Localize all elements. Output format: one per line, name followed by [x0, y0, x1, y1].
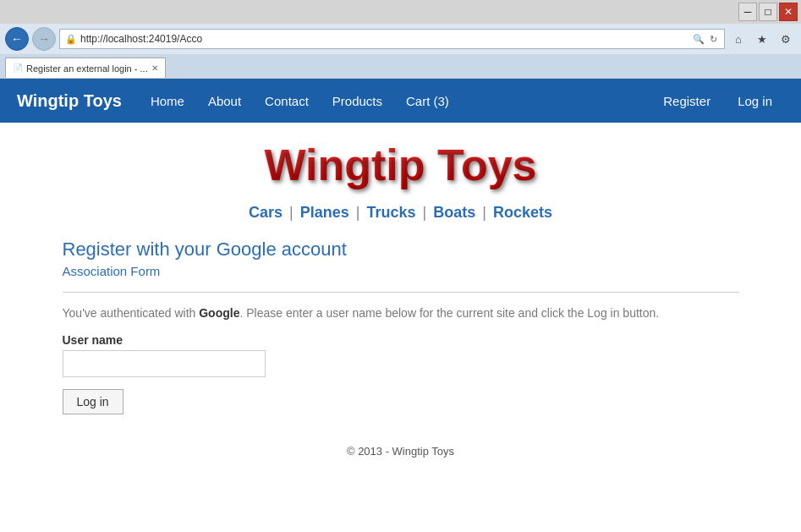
- home-icon[interactable]: ⌂: [728, 30, 749, 48]
- info-text-before: You've authenticated with: [63, 306, 200, 320]
- back-button[interactable]: ←: [5, 27, 29, 51]
- tab-bar: 📄 Register an external login - ... ✕: [0, 54, 801, 78]
- sep-3: |: [423, 204, 427, 221]
- site-logo: Wingtip Toys: [63, 140, 739, 190]
- tab-label: Register an external login - ...: [26, 63, 148, 74]
- nav-contact[interactable]: Contact: [253, 79, 321, 123]
- info-text-provider: Google: [199, 306, 239, 320]
- address-bar[interactable]: 🔒 http://localhost:24019/Acco 🔍 ↻: [59, 29, 725, 49]
- nav-login[interactable]: Log in: [726, 79, 784, 123]
- main-content: Wingtip Toys Cars | Planes | Trucks | Bo…: [37, 123, 765, 488]
- browser-chrome: ─ □ ✕ ← → 🔒 http://localhost:24019/Acco …: [0, 0, 801, 79]
- nav-products[interactable]: Products: [321, 79, 394, 123]
- close-button[interactable]: ✕: [779, 3, 798, 21]
- category-rockets[interactable]: Rockets: [493, 204, 552, 221]
- nav-right: Register Log in: [651, 79, 784, 123]
- form-section-title: Association Form: [63, 264, 739, 278]
- username-label: User name: [63, 333, 739, 347]
- sep-2: |: [356, 204, 360, 221]
- association-form: User name Log in: [63, 333, 739, 414]
- sep-4: |: [482, 204, 486, 221]
- category-cars[interactable]: Cars: [249, 204, 283, 221]
- tab-icon: 📄: [13, 63, 23, 73]
- login-button[interactable]: Log in: [63, 389, 123, 414]
- page-content: Wingtip Toys Home About Contact Products…: [0, 79, 801, 509]
- category-links: Cars | Planes | Trucks | Boats | Rockets: [63, 204, 739, 222]
- logo-text: Wingtip Toys: [264, 140, 536, 189]
- nav-links: Home About Contact Products Cart (3): [139, 79, 651, 123]
- tab-close-button[interactable]: ✕: [151, 63, 158, 73]
- info-text-after: . Please enter a user name below for the…: [239, 306, 659, 320]
- info-text: You've authenticated with Google. Please…: [63, 306, 739, 320]
- page-title: Register with your Google account: [63, 239, 739, 261]
- settings-icon[interactable]: ⚙: [776, 30, 796, 48]
- nav-register[interactable]: Register: [651, 79, 722, 123]
- site-nav: Wingtip Toys Home About Contact Products…: [0, 79, 801, 123]
- category-boats[interactable]: Boats: [433, 204, 475, 221]
- username-input[interactable]: [63, 350, 266, 377]
- site-brand[interactable]: Wingtip Toys: [17, 91, 122, 111]
- nav-home[interactable]: Home: [139, 79, 196, 123]
- divider: [63, 292, 739, 293]
- address-icon: 🔒: [65, 34, 77, 45]
- refresh-button[interactable]: ↻: [708, 34, 719, 45]
- site-footer: © 2013 - Wingtip Toys: [63, 431, 739, 471]
- favorites-icon[interactable]: ★: [752, 30, 772, 48]
- browser-tab[interactable]: 📄 Register an external login - ... ✕: [5, 58, 166, 78]
- title-bar: ─ □ ✕: [0, 0, 801, 24]
- form-group-username: User name: [63, 333, 739, 377]
- maximize-button[interactable]: □: [759, 3, 777, 21]
- nav-about[interactable]: About: [196, 79, 253, 123]
- search-button[interactable]: 🔍: [691, 34, 706, 45]
- category-planes[interactable]: Planes: [300, 204, 349, 221]
- nav-bar: ← → 🔒 http://localhost:24019/Acco 🔍 ↻ ⌂ …: [0, 24, 801, 54]
- nav-cart[interactable]: Cart (3): [394, 79, 461, 123]
- minimize-button[interactable]: ─: [738, 3, 757, 21]
- address-actions: 🔍 ↻: [691, 34, 719, 45]
- category-trucks[interactable]: Trucks: [366, 204, 415, 221]
- address-text: http://localhost:24019/Acco: [80, 33, 691, 45]
- forward-button[interactable]: →: [32, 27, 56, 51]
- sep-1: |: [289, 204, 294, 221]
